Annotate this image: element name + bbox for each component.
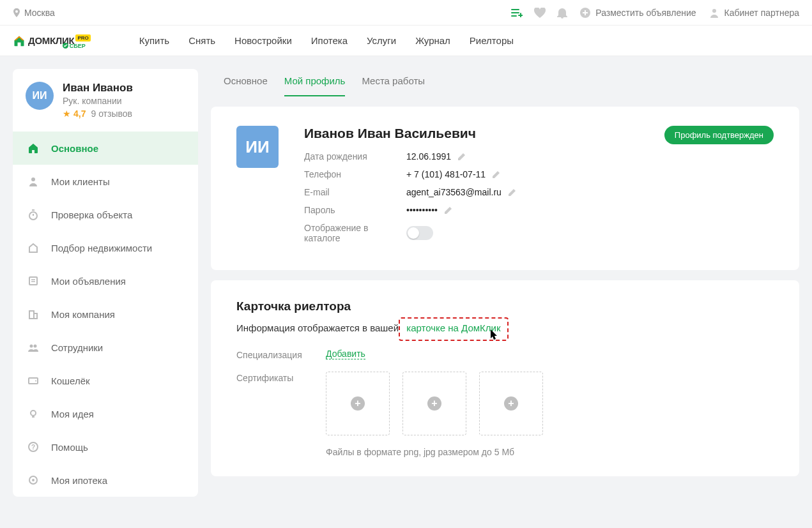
- verified-badge: Профиль подтвержден: [664, 126, 774, 144]
- profile-full-name: Иванов Иван Васильевич: [304, 126, 639, 141]
- upload-slot-1[interactable]: +: [326, 372, 390, 435]
- edit-email-icon[interactable]: [508, 188, 517, 197]
- sidebar-item-main[interactable]: Основное: [13, 132, 198, 165]
- partner-cabinet-button[interactable]: Кабинет партнера: [709, 8, 799, 18]
- sidebar-item-employees[interactable]: Сотрудники: [13, 331, 198, 364]
- svg-point-16: [35, 381, 36, 382]
- ring-icon: [27, 474, 40, 487]
- sidebar-item-idea[interactable]: Моя идея: [13, 397, 198, 430]
- nav-mortgage[interactable]: Ипотека: [311, 35, 348, 46]
- sidebar-item-company[interactable]: Моя компания: [13, 298, 198, 331]
- building-icon: [27, 308, 40, 321]
- user-icon: [709, 8, 719, 18]
- upload-slot-3[interactable]: +: [479, 372, 543, 435]
- tab-workplaces[interactable]: Места работы: [362, 75, 425, 96]
- password-value: ••••••••••: [406, 205, 438, 215]
- wallet-icon: [27, 374, 40, 387]
- phone-label: Телефон: [304, 169, 406, 179]
- dob-label: Дата рождения: [304, 151, 406, 162]
- profile-card: ИИ Иванов Иван Васильевич Дата рождения …: [211, 107, 799, 270]
- compare-icon[interactable]: [511, 8, 523, 17]
- question-icon: ?: [27, 441, 40, 453]
- heart-icon[interactable]: [534, 8, 546, 18]
- tabs: Основное Мой профиль Места работы: [211, 69, 799, 96]
- home-icon: [27, 142, 40, 155]
- list-icon: [27, 275, 40, 287]
- star-icon: ★: [63, 109, 71, 119]
- bell-icon[interactable]: [557, 7, 567, 19]
- email-value: agent_ai73563@mail.ru: [406, 187, 502, 197]
- stopwatch-icon: [27, 208, 40, 221]
- edit-phone-icon[interactable]: [492, 170, 501, 179]
- sidebar-item-wallet[interactable]: Кошелёк: [13, 364, 198, 397]
- tab-profile[interactable]: Мой профиль: [284, 75, 346, 96]
- sidebar-item-ads[interactable]: Мои объявления: [13, 264, 198, 298]
- nav-journal[interactable]: Журнал: [415, 35, 450, 46]
- realtor-card: Карточка риелтора Информация отображаетс…: [211, 280, 799, 476]
- email-label: E-mail: [304, 187, 406, 197]
- spec-add-link[interactable]: Добавить: [326, 349, 365, 359]
- avatar: ИИ: [26, 82, 54, 110]
- edit-password-icon[interactable]: [444, 206, 453, 215]
- plus-icon: +: [504, 396, 518, 411]
- sidebar-user-role: Рук. компании: [63, 96, 133, 106]
- cursor-icon: [491, 329, 500, 341]
- svg-point-6: [712, 9, 716, 13]
- sidebar-user-name: Иван Иванов: [63, 82, 133, 94]
- svg-text:?: ?: [31, 444, 35, 451]
- plus-icon: +: [427, 396, 441, 411]
- tab-main[interactable]: Основное: [224, 75, 268, 96]
- house-outline-icon: [27, 241, 40, 254]
- sidebar-item-clients[interactable]: Мои клиенты: [13, 165, 198, 198]
- catalog-toggle[interactable]: [406, 226, 433, 240]
- sidebar-rating[interactable]: ★ 4,7 9 отзывов: [63, 109, 133, 119]
- svg-point-13: [30, 345, 33, 348]
- svg-rect-11: [29, 311, 34, 319]
- sidebar-item-mortgage[interactable]: Моя ипотека: [13, 464, 198, 497]
- svg-point-8: [31, 177, 35, 181]
- plus-icon: +: [351, 396, 365, 411]
- pin-icon: [13, 8, 20, 17]
- svg-point-17: [31, 411, 36, 416]
- svg-point-21: [32, 479, 34, 481]
- city-name: Москва: [24, 8, 55, 18]
- dob-value: 12.06.1991: [406, 151, 451, 162]
- profile-avatar: ИИ: [236, 126, 279, 168]
- bulb-icon: [27, 407, 40, 420]
- sidebar-profile: ИИ Иван Иванов Рук. компании ★ 4,7 9 отз…: [13, 69, 198, 132]
- spec-label: Специализация: [236, 349, 326, 360]
- sidebar-item-check[interactable]: Проверка объекта: [13, 198, 198, 231]
- realtor-card-subtext: Информация отображается в вашей карточке…: [236, 321, 774, 335]
- logo-house-icon: [13, 34, 26, 47]
- catalog-label: Отображение в каталоге: [304, 223, 406, 243]
- post-ad-button[interactable]: Разместить объявление: [580, 8, 696, 18]
- sidebar-item-search[interactable]: Подбор недвижимости: [13, 231, 198, 264]
- nav-services[interactable]: Услуги: [367, 35, 396, 46]
- check-icon: [63, 43, 68, 49]
- highlight-box: карточке на ДомКлик: [399, 317, 508, 341]
- cert-label: Сертификаты: [236, 372, 326, 383]
- logo[interactable]: ДОМКЛИК PRO СБЕР: [13, 34, 114, 47]
- password-label: Пароль: [304, 205, 406, 215]
- sidebar-item-help[interactable]: ? Помощь: [13, 430, 198, 464]
- nav-rent[interactable]: Снять: [188, 35, 215, 46]
- main-nav: Купить Снять Новостройки Ипотека Услуги …: [139, 35, 514, 46]
- svg-rect-10: [29, 277, 37, 285]
- users-icon: [27, 341, 40, 354]
- nav-buy[interactable]: Купить: [139, 35, 169, 46]
- plus-circle-icon: [580, 8, 590, 18]
- edit-dob-icon[interactable]: [457, 152, 466, 161]
- user-icon: [27, 175, 40, 188]
- nav-newbuild[interactable]: Новостройки: [234, 35, 292, 46]
- location-selector[interactable]: Москва: [13, 8, 55, 18]
- card-link[interactable]: карточке на ДомКлик: [406, 322, 500, 333]
- sidebar: ИИ Иван Иванов Рук. компании ★ 4,7 9 отз…: [13, 69, 198, 497]
- upload-hint: Файлы в формате png, jpg размером до 5 М…: [326, 447, 774, 457]
- upload-slot-2[interactable]: +: [402, 372, 466, 435]
- svg-point-14: [34, 345, 37, 348]
- phone-value: + 7 (101) 481-07-11: [406, 169, 486, 179]
- nav-realtors[interactable]: Риелторы: [470, 35, 514, 46]
- svg-rect-12: [34, 313, 37, 319]
- realtor-card-title: Карточка риелтора: [236, 299, 774, 313]
